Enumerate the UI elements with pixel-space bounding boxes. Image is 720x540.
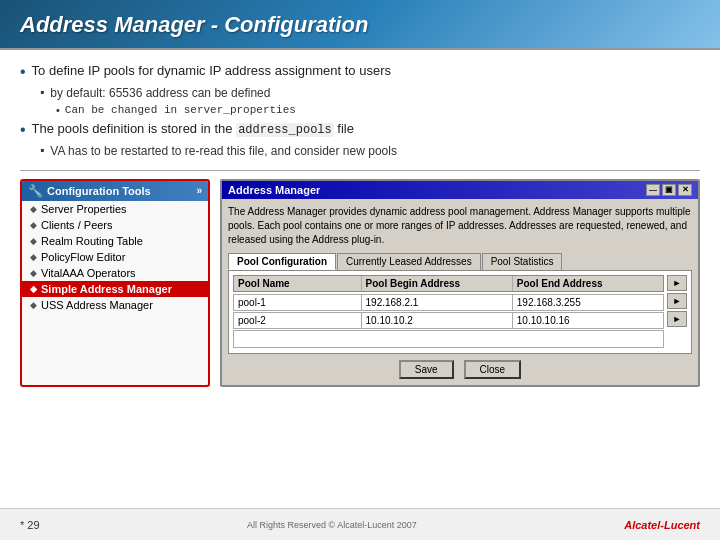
bullet-2-text: The pools definition is stored in the ad… (32, 120, 354, 139)
config-tools-label: Configuration Tools (47, 185, 151, 197)
edit-row-button[interactable]: ► (667, 293, 687, 309)
bullet-2-code: address_pools (236, 123, 334, 137)
sub-bullet-2-1-marker: ▪ (40, 143, 44, 157)
nav-realm-routing[interactable]: ◆ Realm Routing Table (22, 233, 208, 249)
slide: Address Manager - Configuration • To def… (0, 0, 720, 540)
add-row-button[interactable]: ► (667, 275, 687, 291)
th-pool-name: Pool Name (234, 276, 362, 291)
close-button[interactable]: ✕ (678, 184, 692, 196)
bullet-2: • The pools definition is stored in the … (20, 120, 700, 139)
save-button[interactable]: Save (399, 360, 454, 379)
logo-part2: Lucent (664, 519, 700, 531)
td-pool-end-0: 192.168.3.255 (513, 295, 663, 310)
page-number: * 29 (20, 519, 40, 531)
tab-currently-leased[interactable]: Currently Leased Addresses (337, 253, 481, 270)
td-pool-name-1: pool-2 (234, 313, 362, 328)
delete-row-button[interactable]: ► (667, 311, 687, 327)
copyright-text: All Rights Reserved © Alcatel-Lucent 200… (40, 520, 625, 530)
pool-table-area: Pool Name Pool Begin Address Pool End Ad… (228, 270, 692, 354)
nav-arrow-1: ◆ (30, 220, 37, 230)
minimize-button[interactable]: — (646, 184, 660, 196)
config-tools-header: 🔧 Configuration Tools » (22, 181, 208, 201)
dialog-controls: — ▣ ✕ (646, 184, 692, 196)
tabs-row: Pool Configuration Currently Leased Addr… (228, 253, 692, 270)
footer: * 29 All Rights Reserved © Alcatel-Lucen… (0, 508, 720, 540)
logo-part1: Alcatel- (624, 519, 664, 531)
sub-bullet-1-1-marker: ▪ (40, 85, 44, 99)
sub-sub-bullet-1-1-1-text: Can be changed in server_properties (65, 104, 296, 116)
bullet-1-dot: • (20, 63, 26, 81)
divider (20, 170, 700, 171)
sub-bullet-2-1-text: VA has to be restarted to re-read this f… (50, 143, 397, 160)
th-pool-begin: Pool Begin Address (362, 276, 513, 291)
sub-bullet-1-1: ▪ by default: 65536 address can be defin… (40, 85, 700, 102)
nav-arrow-5: ◆ (30, 284, 37, 294)
maximize-button[interactable]: ▣ (662, 184, 676, 196)
sub-bullet-2-1: ▪ VA has to be restarted to re-read this… (40, 143, 700, 160)
table-wrapper: Pool Name Pool Begin Address Pool End Ad… (233, 275, 687, 349)
bullet-2-prefix: The pools definition is stored in the (32, 121, 237, 136)
config-tools-panel: 🔧 Configuration Tools » ◆ Server Propert… (20, 179, 210, 387)
nav-arrow-6: ◆ (30, 300, 37, 310)
nav-policyflow[interactable]: ◆ PolicyFlow Editor (22, 249, 208, 265)
dialog-footer: Save Close (228, 360, 692, 379)
slide-title: Address Manager - Configuration (20, 12, 700, 38)
td-pool-begin-1: 10.10.10.2 (362, 313, 513, 328)
bullet-1: • To define IP pools for dynamic IP addr… (20, 62, 700, 81)
nav-label-2: Realm Routing Table (41, 235, 143, 247)
tab-pool-configuration[interactable]: Pool Configuration (228, 253, 336, 270)
config-tools-icon: 🔧 (28, 184, 43, 198)
table-row-empty (233, 330, 664, 348)
side-buttons: ► ► ► (667, 275, 687, 349)
sub-bullet-1-1-text: by default: 65536 address can be defined (50, 85, 270, 102)
dialog-description: The Address Manager provides dynamic add… (228, 205, 692, 247)
dialog-close-button[interactable]: Close (464, 360, 522, 379)
table-row-0[interactable]: pool-1 192.168.2.1 192.168.3.255 (233, 294, 664, 311)
th-pool-end: Pool End Address (513, 276, 663, 291)
main-table: Pool Name Pool Begin Address Pool End Ad… (233, 275, 664, 349)
tab-pool-statistics[interactable]: Pool Statistics (482, 253, 563, 270)
nav-server-properties[interactable]: ◆ Server Properties (22, 201, 208, 217)
nav-label-1: Clients / Peers (41, 219, 113, 231)
td-pool-end-1: 10.10.10.16 (513, 313, 663, 328)
company-logo: Alcatel-Lucent (624, 519, 700, 531)
content-area: • To define IP pools for dynamic IP addr… (0, 50, 720, 170)
sub-sub-bullet-1-1-1-marker: • (56, 104, 60, 116)
collapse-arrows[interactable]: » (196, 185, 202, 196)
dialog-body: The Address Manager provides dynamic add… (222, 199, 698, 385)
nav-label-6: USS Address Manager (41, 299, 153, 311)
nav-simple-address-manager[interactable]: ◆ Simple Address Manager (22, 281, 208, 297)
td-pool-name-0: pool-1 (234, 295, 362, 310)
bullet-1-text: To define IP pools for dynamic IP addres… (32, 62, 391, 80)
nav-arrow-3: ◆ (30, 252, 37, 262)
nav-vitalaaa[interactable]: ◆ VitalAAA Operators (22, 265, 208, 281)
table-row-1[interactable]: pool-2 10.10.10.2 10.10.10.16 (233, 312, 664, 329)
nav-arrow-4: ◆ (30, 268, 37, 278)
nav-arrow-0: ◆ (30, 204, 37, 214)
nav-label-5: Simple Address Manager (41, 283, 172, 295)
config-tools-header-left: 🔧 Configuration Tools (28, 184, 151, 198)
address-manager-dialog: Address Manager — ▣ ✕ The Address Manage… (220, 179, 700, 387)
nav-label-0: Server Properties (41, 203, 127, 215)
nav-label-4: VitalAAA Operators (41, 267, 136, 279)
sub-sub-bullet-1-1-1: • Can be changed in server_properties (56, 104, 700, 116)
header-bar: Address Manager - Configuration (0, 0, 720, 50)
nav-clients-peers[interactable]: ◆ Clients / Peers (22, 217, 208, 233)
dialog-titlebar: Address Manager — ▣ ✕ (222, 181, 698, 199)
bullet-2-dot: • (20, 121, 26, 139)
table-header-row: Pool Name Pool Begin Address Pool End Ad… (233, 275, 664, 292)
td-pool-begin-0: 192.168.2.1 (362, 295, 513, 310)
nav-uss-address-manager[interactable]: ◆ USS Address Manager (22, 297, 208, 313)
main-content-row: 🔧 Configuration Tools » ◆ Server Propert… (0, 179, 720, 387)
nav-label-3: PolicyFlow Editor (41, 251, 125, 263)
dialog-title: Address Manager (228, 184, 320, 196)
bullet-2-suffix: file (334, 121, 354, 136)
nav-arrow-2: ◆ (30, 236, 37, 246)
